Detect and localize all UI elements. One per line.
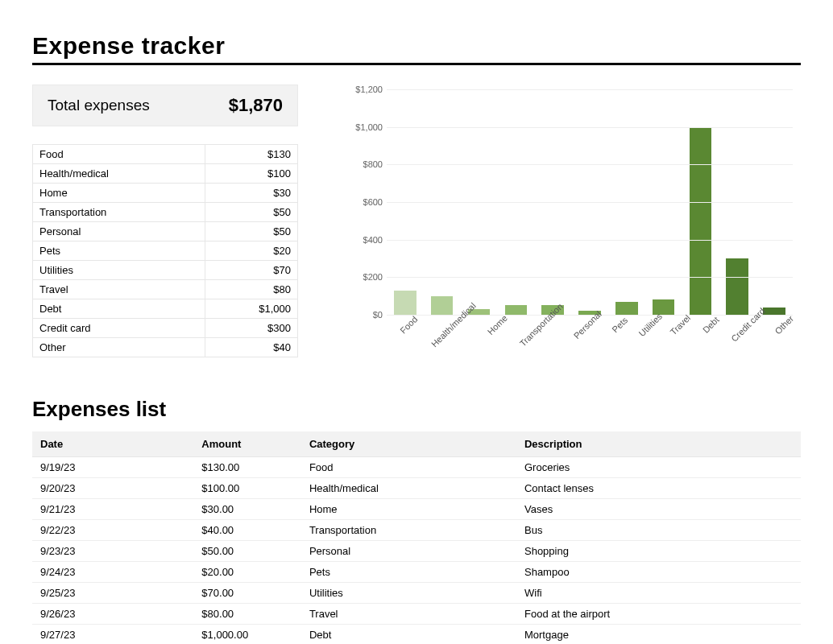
- category-row: Food$130: [33, 145, 298, 164]
- category-row: Pets$20: [33, 242, 298, 261]
- category-name: Travel: [33, 280, 205, 299]
- expense-description: Food at the airport: [516, 604, 801, 625]
- category-row: Home$30: [33, 184, 298, 203]
- total-value: $1,870: [229, 95, 283, 116]
- category-name: Pets: [33, 242, 205, 261]
- expense-category: Home: [301, 499, 516, 520]
- category-row: Credit card$300: [33, 319, 298, 338]
- chart-y-tick: $400: [346, 235, 383, 245]
- category-row: Other$40: [33, 338, 298, 357]
- expense-row: 9/26/23$80.00TravelFood at the airport: [32, 604, 801, 625]
- category-name: Food: [33, 145, 205, 164]
- expense-date: 9/19/23: [32, 457, 193, 478]
- expense-row: 9/22/23$40.00TransportationBus: [32, 520, 801, 541]
- expense-description: Mortgage: [516, 625, 801, 645]
- expense-amount: $50.00: [193, 541, 301, 562]
- expense-amount: $100.00: [193, 478, 301, 499]
- total-label: Total expenses: [48, 97, 150, 114]
- expense-row: 9/23/23$50.00PersonalShopping: [32, 541, 801, 562]
- expense-amount: $70.00: [193, 583, 301, 604]
- expense-description: Wifi: [516, 583, 801, 604]
- category-name: Personal: [33, 222, 205, 242]
- chart-bar: [690, 127, 711, 315]
- expense-amount: $130.00: [193, 457, 301, 478]
- expenses-table: Date Amount Category Description 9/19/23…: [32, 431, 801, 644]
- chart-y-tick: $0: [346, 310, 383, 320]
- expense-row: 9/21/23$30.00HomeVases: [32, 499, 801, 520]
- category-name: Other: [33, 338, 205, 357]
- category-row: Debt$1,000: [33, 299, 298, 319]
- category-amount: $100: [205, 164, 297, 184]
- expense-date: 9/21/23: [32, 499, 193, 520]
- category-amount: $70: [205, 261, 297, 280]
- expense-row: 9/25/23$70.00UtilitiesWifi: [32, 583, 801, 604]
- expense-description: Shopping: [516, 541, 801, 562]
- chart-bar: [431, 296, 453, 315]
- category-name: Credit card: [33, 319, 205, 338]
- expense-category: Health/medical: [301, 478, 516, 499]
- expense-category: Transportation: [301, 520, 516, 541]
- expenses-list-title: Expenses list: [32, 397, 801, 422]
- expense-description: Bus: [516, 520, 801, 541]
- expense-row: 9/24/23$20.00PetsShampoo: [32, 562, 801, 583]
- page-title: Expense tracker: [32, 32, 801, 60]
- expense-category: Personal: [301, 541, 516, 562]
- header-amount: Amount: [193, 431, 301, 457]
- expense-date: 9/25/23: [32, 583, 193, 604]
- category-amount: $1,000: [205, 299, 297, 319]
- expense-date: 9/26/23: [32, 604, 193, 625]
- category-row: Transportation$50: [33, 203, 298, 222]
- chart-gridline: [387, 240, 793, 241]
- chart-y-tick: $200: [346, 272, 383, 282]
- chart-gridline: [387, 164, 793, 165]
- category-amount: $50: [205, 203, 297, 222]
- category-amount: $80: [205, 280, 297, 299]
- expense-category: Food: [301, 457, 516, 478]
- category-row: Travel$80: [33, 280, 298, 299]
- expense-description: Vases: [516, 499, 801, 520]
- category-amount: $130: [205, 145, 297, 164]
- category-name: Transportation: [33, 203, 205, 222]
- chart-bar: [505, 305, 527, 315]
- expense-row: 9/20/23$100.00Health/medicalContact lens…: [32, 478, 801, 499]
- expense-date: 9/24/23: [32, 562, 193, 583]
- expense-category: Pets: [301, 562, 516, 583]
- expense-row: 9/19/23$130.00FoodGroceries: [32, 457, 801, 478]
- category-amount: $20: [205, 242, 297, 261]
- chart-y-tick: $1,200: [346, 85, 383, 94]
- category-summary-table: Food$130Health/medical$100Home$30Transpo…: [32, 144, 298, 357]
- chart-y-tick: $1,000: [346, 122, 383, 132]
- expense-date: 9/22/23: [32, 520, 193, 541]
- category-amount: $50: [205, 222, 297, 242]
- category-row: Health/medical$100: [33, 164, 298, 184]
- header-description: Description: [516, 431, 801, 457]
- category-amount: $30: [205, 184, 297, 203]
- chart-gridline: [387, 277, 793, 278]
- category-row: Personal$50: [33, 222, 298, 242]
- title-rule: [32, 63, 801, 65]
- expense-category: Debt: [301, 625, 516, 645]
- expense-amount: $40.00: [193, 520, 301, 541]
- chart-bar: [726, 258, 748, 315]
- expense-date: 9/27/23: [32, 625, 193, 645]
- expense-category: Utilities: [301, 583, 516, 604]
- expense-amount: $80.00: [193, 604, 301, 625]
- expense-category: Travel: [301, 604, 516, 625]
- expense-description: Groceries: [516, 457, 801, 478]
- chart-y-tick: $800: [346, 159, 383, 169]
- chart-gridline: [387, 89, 793, 90]
- expense-date: 9/23/23: [32, 541, 193, 562]
- chart-y-tick: $600: [346, 197, 383, 207]
- category-name: Health/medical: [33, 164, 205, 184]
- header-category: Category: [301, 431, 516, 457]
- header-date: Date: [32, 431, 193, 457]
- total-expenses-box: Total expenses $1,870: [32, 85, 298, 126]
- expense-row: 9/27/23$1,000.00DebtMortgage: [32, 625, 801, 645]
- category-bar-chart: $0$200$400$600$800$1,000$1,200 FoodHealt…: [346, 85, 801, 374]
- category-row: Utilities$70: [33, 261, 298, 280]
- category-amount: $40: [205, 338, 297, 357]
- expense-amount: $30.00: [193, 499, 301, 520]
- expense-amount: $1,000.00: [193, 625, 301, 645]
- category-name: Home: [33, 184, 205, 203]
- chart-gridline: [387, 202, 793, 203]
